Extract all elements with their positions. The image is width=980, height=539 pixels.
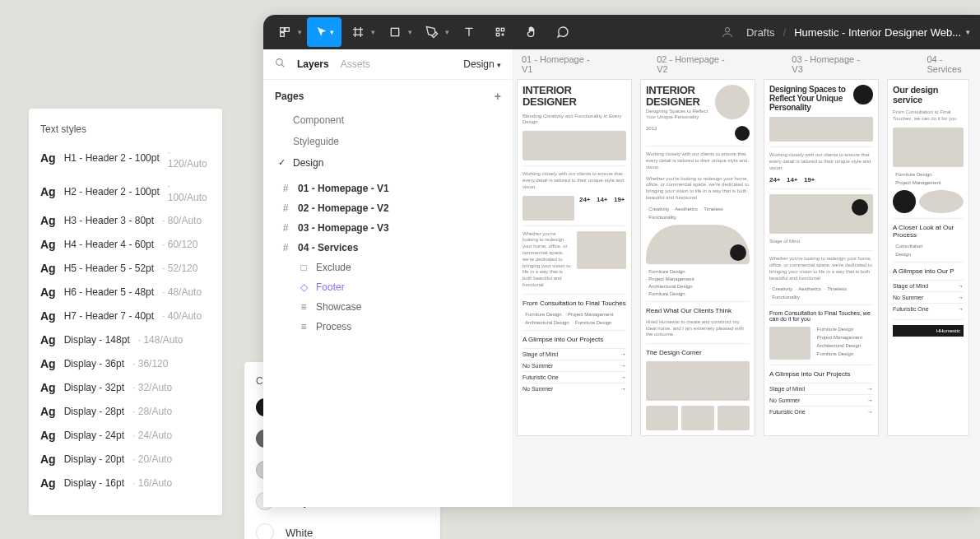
layers-sidebar: Layers Assets Design ▾ Pages + Component…	[263, 49, 513, 507]
text-style-item[interactable]: AgH3 - Header 3 - 80pt· 80/Auto	[40, 214, 211, 227]
page-item[interactable]: Component	[263, 109, 513, 131]
resources-button[interactable]	[485, 17, 515, 47]
layer-item[interactable]: ≡Process	[263, 317, 513, 337]
hero-image	[523, 131, 626, 160]
list-item: · Aesthetics	[796, 286, 821, 291]
pen-tool-button[interactable]	[417, 17, 447, 47]
list-item: No Summer→	[893, 291, 964, 303]
ag-icon: Ag	[40, 429, 56, 442]
figma-app-window: ▾ ▾ ▾ ▾ ▾ Drafts / Humestic - Interior D…	[263, 15, 980, 507]
layer-icon: □	[298, 262, 309, 273]
svg-rect-3	[391, 28, 398, 35]
layer-item[interactable]: □Exclude	[263, 258, 513, 277]
layer-item[interactable]: #01 - Homepage - V1	[263, 179, 513, 198]
list-item: No Summer→	[523, 360, 626, 371]
ag-icon: Ag	[40, 357, 56, 370]
tab-assets[interactable]: Assets	[341, 58, 370, 70]
list-item: · Project Management	[646, 276, 750, 281]
layer-item[interactable]: ◇Footer	[263, 277, 513, 297]
frame-label[interactable]: 01 - Homepage - V1	[522, 54, 591, 74]
pages-header[interactable]: Pages +	[263, 80, 513, 109]
chevron-down-icon[interactable]: ▾	[298, 28, 302, 36]
text-style-item[interactable]: AgDisplay - 20pt· 20/Auto	[40, 453, 211, 466]
move-tool-button[interactable]: ▾	[307, 17, 341, 47]
list-item: · Furniture Design	[814, 351, 862, 356]
color-style-item[interactable]: White	[256, 523, 429, 539]
page-item[interactable]: Design	[263, 152, 513, 174]
avatar[interactable]	[717, 21, 738, 43]
layer-item[interactable]: #04 - Services	[263, 238, 513, 258]
svg-rect-4	[496, 28, 499, 30]
layer-icon: ≡	[298, 301, 309, 313]
search-icon[interactable]	[275, 58, 286, 71]
list-item: No Summer→	[769, 394, 873, 406]
list-item: · Functionality	[646, 215, 676, 220]
list-item: Stage of Mind→	[769, 383, 873, 394]
frame-label[interactable]: 04 - Services	[927, 54, 972, 74]
text-style-item[interactable]: AgH6 - Header 5 - 48pt· 48/Auto	[40, 286, 211, 299]
breadcrumb-folder[interactable]: Drafts	[746, 26, 775, 39]
breadcrumb-file[interactable]: Humestic - Interior Designer Web...	[794, 26, 961, 39]
frame-label[interactable]: 02 - Homepage - V2	[657, 54, 726, 74]
chevron-down-icon[interactable]: ▾	[445, 28, 449, 36]
hand-tool-button[interactable]	[517, 17, 546, 47]
list-item: Stage of Mind→	[893, 280, 964, 291]
main-menu-button[interactable]	[270, 17, 300, 47]
chevron-down-icon[interactable]: ▾	[966, 28, 970, 36]
text-style-item[interactable]: AgH7 - Header 7 - 40pt· 40/Auto	[40, 309, 211, 323]
text-style-item[interactable]: AgH4 - Header 4 - 60pt· 60/120	[40, 238, 211, 251]
text-style-item[interactable]: AgH1 - Header 2 - 100pt· 120/Auto	[40, 146, 211, 170]
list-item: No Summer→	[523, 383, 626, 394]
chevron-down-icon[interactable]: ▾	[371, 28, 375, 36]
text-style-item[interactable]: AgH5 - Header 5 - 52pt· 52/120	[40, 262, 211, 275]
text-style-item[interactable]: AgDisplay - 28pt· 28/Auto	[40, 405, 211, 418]
frame-services[interactable]: Our design service From Consultation to …	[887, 79, 969, 436]
tab-design[interactable]: Design ▾	[463, 58, 501, 70]
frame-tool-button[interactable]	[343, 17, 373, 47]
text-style-item[interactable]: AgDisplay - 16pt· 16/Auto	[40, 476, 211, 490]
layer-icon: #	[280, 202, 291, 214]
list-item: · Project Management	[565, 312, 614, 317]
ag-icon: Ag	[40, 381, 56, 394]
shape-tool-button[interactable]	[380, 17, 410, 47]
plus-icon[interactable]: +	[495, 90, 501, 103]
text-style-item[interactable]: AgH2 - Header 2 - 100pt· 100/Auto	[40, 180, 211, 203]
ag-icon: Ag	[40, 453, 56, 466]
frame-homepage-v1[interactable]: INTERIOR DESIGNER Blending Creativity an…	[517, 79, 632, 436]
layer-icon: #	[280, 222, 291, 234]
list-item: Stage of Mind→	[523, 348, 626, 360]
layer-item[interactable]: #03 - Homepage - V3	[263, 218, 513, 238]
layer-icon: ◇	[298, 281, 309, 293]
layer-item[interactable]: ≡Showcase	[263, 297, 513, 317]
page-item[interactable]: Styleguide	[263, 131, 513, 152]
frame-label[interactable]: 03 - Homepage - V3	[792, 54, 861, 74]
ag-icon: Ag	[40, 405, 56, 418]
text-style-item[interactable]: AgDisplay - 24pt· 24/Auto	[40, 429, 211, 442]
text-styles-heading: Text styles	[40, 123, 211, 135]
list-item: · Aesthetics	[672, 207, 698, 211]
list-item: · Project Management	[814, 335, 862, 340]
text-style-item[interactable]: AgDisplay - 148pt· 148/Auto	[40, 333, 211, 346]
frame-homepage-v3[interactable]: Designing Spaces to Reflect Your Unique …	[764, 79, 879, 436]
toolbar: ▾ ▾ ▾ ▾ ▾ Drafts / Humestic - Interior D…	[263, 15, 980, 49]
list-item: · Creativity	[769, 286, 792, 291]
layer-icon: ≡	[298, 321, 309, 332]
ag-icon: Ag	[40, 238, 56, 251]
breadcrumb-sep: /	[783, 26, 787, 39]
comment-tool-button[interactable]	[548, 17, 578, 47]
text-style-item[interactable]: AgDisplay - 36pt· 36/120	[40, 357, 211, 370]
list-item: · Creativity	[646, 207, 669, 211]
layer-item[interactable]: #02 - Homepage - V2	[263, 198, 513, 218]
tab-layers[interactable]: Layers	[297, 58, 329, 70]
frame-homepage-v2[interactable]: INTERIOR DESIGNER Designing Spaces to Re…	[640, 79, 755, 436]
list-item: · Architectural Design	[523, 320, 569, 325]
text-styles-panel: Text styles AgH1 - Header 2 - 100pt· 120…	[29, 109, 222, 515]
text-style-item[interactable]: AgDisplay - 32pt· 32/Auto	[40, 381, 211, 394]
text-tool-button[interactable]	[454, 17, 484, 47]
ag-icon: Ag	[40, 214, 56, 227]
list-item: Futuristic One→	[523, 371, 626, 383]
ag-icon: Ag	[40, 309, 56, 323]
canvas[interactable]: 01 - Homepage - V102 - Homepage - V203 -…	[513, 49, 980, 507]
chevron-down-icon[interactable]: ▾	[408, 28, 412, 36]
svg-rect-0	[281, 28, 285, 32]
